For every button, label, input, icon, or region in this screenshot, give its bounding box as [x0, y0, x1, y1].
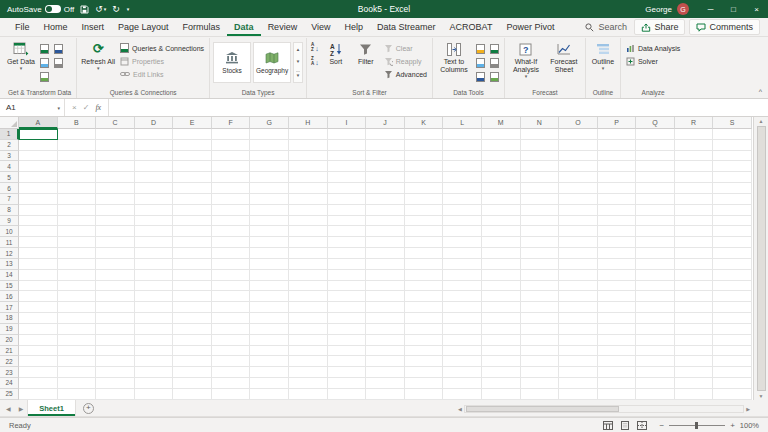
row-header-13[interactable]: 13: [0, 259, 19, 270]
cell-M15[interactable]: [482, 281, 521, 292]
cell-O10[interactable]: [559, 226, 598, 237]
cell-K11[interactable]: [405, 237, 444, 248]
cell-G10[interactable]: [250, 226, 289, 237]
cell-R5[interactable]: [675, 172, 714, 183]
cell-B9[interactable]: [58, 216, 97, 227]
cell-H16[interactable]: [289, 291, 328, 302]
cell-O6[interactable]: [559, 183, 598, 194]
cell-I18[interactable]: [328, 313, 367, 324]
cell-N10[interactable]: [521, 226, 560, 237]
zoom-slider[interactable]: [669, 425, 725, 426]
cell-A7[interactable]: [19, 194, 58, 205]
row-header-22[interactable]: 22: [0, 356, 19, 367]
cell-O1[interactable]: [559, 129, 598, 140]
formula-input[interactable]: [108, 99, 768, 116]
cell-M25[interactable]: [482, 389, 521, 400]
cell-E5[interactable]: [173, 172, 212, 183]
cell-R22[interactable]: [675, 356, 714, 367]
queries-connections-button[interactable]: Queries & Connections: [118, 42, 206, 54]
cell-E7[interactable]: [173, 194, 212, 205]
cell-H19[interactable]: [289, 324, 328, 335]
cell-I14[interactable]: [328, 270, 367, 281]
cell-L17[interactable]: [443, 302, 482, 313]
row-header-20[interactable]: 20: [0, 335, 19, 346]
column-header-L[interactable]: L: [443, 117, 482, 129]
cell-B21[interactable]: [58, 346, 97, 357]
cell-P1[interactable]: [598, 129, 637, 140]
cell-E6[interactable]: [173, 183, 212, 194]
cell-B5[interactable]: [58, 172, 97, 183]
cell-M20[interactable]: [482, 335, 521, 346]
cell-R15[interactable]: [675, 281, 714, 292]
cell-E25[interactable]: [173, 389, 212, 400]
cell-B11[interactable]: [58, 237, 97, 248]
cell-J7[interactable]: [366, 194, 405, 205]
cell-F23[interactable]: [212, 367, 251, 378]
cell-H10[interactable]: [289, 226, 328, 237]
cell-N2[interactable]: [521, 140, 560, 151]
cell-E22[interactable]: [173, 356, 212, 367]
cell-M16[interactable]: [482, 291, 521, 302]
cell-P10[interactable]: [598, 226, 637, 237]
cell-I13[interactable]: [328, 259, 367, 270]
customize-qat-button[interactable]: ▾: [126, 7, 130, 12]
cell-K10[interactable]: [405, 226, 444, 237]
column-header-D[interactable]: D: [135, 117, 174, 129]
cell-P4[interactable]: [598, 161, 637, 172]
cell-M6[interactable]: [482, 183, 521, 194]
cell-S20[interactable]: [713, 335, 752, 346]
cell-F2[interactable]: [212, 140, 251, 151]
flash-fill-button[interactable]: [474, 42, 487, 55]
cell-A20[interactable]: [19, 335, 58, 346]
cell-R10[interactable]: [675, 226, 714, 237]
cell-C3[interactable]: [96, 151, 135, 162]
cell-A21[interactable]: [19, 346, 58, 357]
cell-A17[interactable]: [19, 302, 58, 313]
cell-Q9[interactable]: [636, 216, 675, 227]
cell-S18[interactable]: [713, 313, 752, 324]
cell-J25[interactable]: [366, 389, 405, 400]
cell-F19[interactable]: [212, 324, 251, 335]
cell-L20[interactable]: [443, 335, 482, 346]
cell-R12[interactable]: [675, 248, 714, 259]
cell-M13[interactable]: [482, 259, 521, 270]
cell-C9[interactable]: [96, 216, 135, 227]
row-header-23[interactable]: 23: [0, 367, 19, 378]
cell-S13[interactable]: [713, 259, 752, 270]
horizontal-scroll-thumb[interactable]: [466, 406, 619, 412]
edit-links-button[interactable]: Edit Links: [118, 68, 206, 80]
cell-J2[interactable]: [366, 140, 405, 151]
cell-F8[interactable]: [212, 205, 251, 216]
solver-button[interactable]: Solver: [624, 55, 682, 67]
cell-S8[interactable]: [713, 205, 752, 216]
cell-E21[interactable]: [173, 346, 212, 357]
cell-D23[interactable]: [135, 367, 174, 378]
refresh-all-button[interactable]: ⟳ Refresh All▾: [80, 39, 116, 71]
cell-D16[interactable]: [135, 291, 174, 302]
cell-H15[interactable]: [289, 281, 328, 292]
column-header-N[interactable]: N: [521, 117, 560, 129]
cell-O7[interactable]: [559, 194, 598, 205]
cell-K23[interactable]: [405, 367, 444, 378]
cell-P22[interactable]: [598, 356, 637, 367]
cell-O2[interactable]: [559, 140, 598, 151]
cell-G16[interactable]: [250, 291, 289, 302]
row-header-6[interactable]: 6: [0, 183, 19, 194]
cell-M22[interactable]: [482, 356, 521, 367]
cell-Q12[interactable]: [636, 248, 675, 259]
cell-I19[interactable]: [328, 324, 367, 335]
row-header-14[interactable]: 14: [0, 270, 19, 281]
cell-E16[interactable]: [173, 291, 212, 302]
cell-P14[interactable]: [598, 270, 637, 281]
cell-L8[interactable]: [443, 205, 482, 216]
cell-R6[interactable]: [675, 183, 714, 194]
select-all-button[interactable]: [0, 117, 19, 129]
cell-H12[interactable]: [289, 248, 328, 259]
cell-D5[interactable]: [135, 172, 174, 183]
cell-P15[interactable]: [598, 281, 637, 292]
cell-N9[interactable]: [521, 216, 560, 227]
cell-J24[interactable]: [366, 378, 405, 389]
cell-G5[interactable]: [250, 172, 289, 183]
user-name[interactable]: George: [645, 5, 672, 14]
consolidate-button[interactable]: [488, 56, 501, 69]
